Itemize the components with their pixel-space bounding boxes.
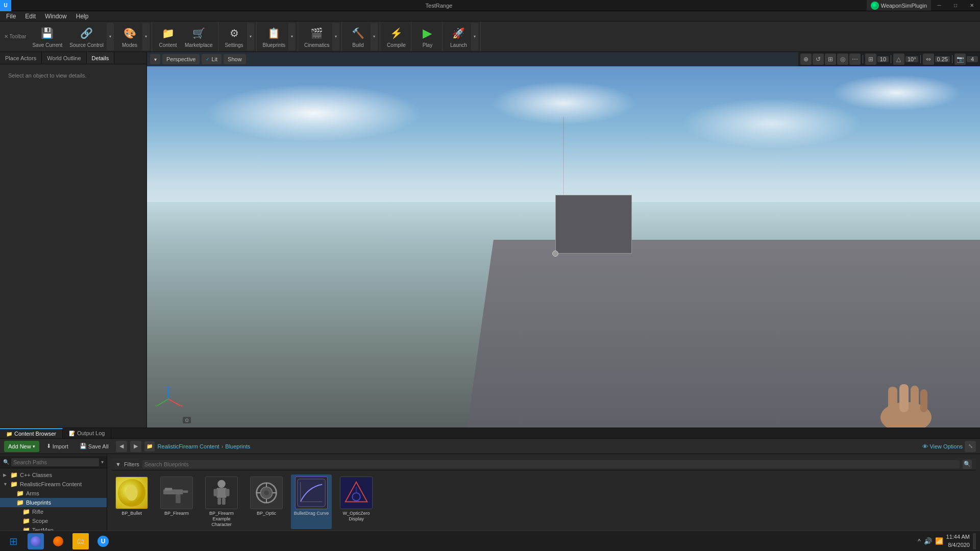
minimize-button[interactable]: ─: [931, 0, 947, 11]
view-options-button[interactable]: 👁 View Options: [922, 443, 963, 449]
blueprints-arrow[interactable]: ▾: [288, 23, 296, 51]
cb-folder-icon: 📁: [144, 441, 155, 452]
taskbar-explorer[interactable]: 🗂: [72, 533, 89, 549]
output-log-tab-icon: 📝: [69, 431, 75, 436]
close-button[interactable]: ✕: [964, 0, 980, 11]
search-blueprints-input[interactable]: [142, 460, 960, 468]
vp-scale-icon[interactable]: ⊞: [825, 54, 836, 65]
tab-world-outline[interactable]: World Outline: [42, 52, 86, 64]
breadcrumb: RealisticFirearm Content › Blueprints: [158, 443, 920, 449]
show-desktop-button[interactable]: [973, 533, 976, 549]
save-all-button[interactable]: 💾 Save All: [76, 441, 113, 452]
systray-expand[interactable]: ^: [918, 538, 921, 545]
taskbar-ue[interactable]: U: [95, 533, 111, 549]
menu-edit[interactable]: Edit: [21, 11, 40, 21]
taskbar-firefox[interactable]: [50, 533, 66, 549]
cinematics-arrow[interactable]: ▾: [332, 23, 339, 51]
launch-arrow[interactable]: ▾: [471, 23, 478, 51]
settings-arrow[interactable]: ▾: [247, 23, 254, 51]
save-all-icon: 💾: [80, 443, 87, 449]
marketplace-button[interactable]: 🛒 Marketplace: [182, 23, 215, 51]
viewport[interactable]: ▾ Perspective ✓ Lit Show ⊕ ↺ ⊞ ◎ ⋯ ⊞ 10 …: [147, 52, 980, 428]
maximize-button[interactable]: □: [947, 0, 964, 11]
menu-help[interactable]: Help: [72, 11, 93, 21]
svg-rect-24: [214, 489, 218, 496]
tab-details[interactable]: Details: [87, 52, 115, 64]
place-actors-label: Place Actors: [5, 55, 36, 61]
breadcrumb-root[interactable]: RealisticFirearm Content: [158, 443, 219, 449]
tree-label: Scope: [32, 518, 48, 524]
vp-grid-value[interactable]: 10: [877, 56, 889, 62]
asset-bp-firearm-example[interactable]: BP_Firearm Example Character: [201, 474, 242, 529]
tree-item-blueprints[interactable]: 📁 Blueprints: [0, 498, 107, 507]
bullet-drag-curve-thumb: [295, 477, 328, 509]
modes-button[interactable]: 🎨 Modes: [117, 23, 142, 51]
tree-item-rifle[interactable]: 📁 Rifle: [0, 507, 107, 516]
menu-file[interactable]: File: [2, 11, 20, 21]
breadcrumb-current[interactable]: Blueprints: [225, 443, 250, 449]
import-button[interactable]: ⬇ Import: [42, 441, 72, 452]
clock-display[interactable]: 11:44 AM 8/4/2020: [946, 533, 970, 549]
vp-grid-icon[interactable]: ⊞: [865, 54, 876, 65]
import-label: Import: [53, 443, 68, 449]
tab-place-actors[interactable]: Place Actors: [0, 52, 42, 64]
svg-line-7: [168, 399, 180, 406]
asset-w-optic-zero[interactable]: W_OpticZero Display: [336, 474, 377, 529]
cube-handle-sphere: [552, 251, 558, 257]
menu-window[interactable]: Window: [41, 11, 71, 21]
show-button[interactable]: Show: [224, 54, 246, 64]
cb-expand-button[interactable]: ⤡: [965, 441, 976, 452]
plugin-button[interactable]: WeaponSimPlugin: [867, 0, 931, 11]
vp-camera-speed-icon[interactable]: 📷: [954, 54, 966, 65]
asset-bp-optic[interactable]: BP_Optic: [246, 474, 287, 529]
vp-world-local-icon[interactable]: ◎: [837, 54, 848, 65]
taskbar-chrome[interactable]: [28, 533, 44, 549]
vp-scale-value[interactable]: 0.25: [935, 56, 950, 62]
cb-back-button[interactable]: ◀: [116, 441, 127, 452]
save-current-button[interactable]: 💾 Save Current: [29, 23, 65, 51]
vp-rotation-icon[interactable]: △: [893, 54, 904, 65]
source-control-arrow[interactable]: ▾: [107, 23, 114, 51]
viewport-menu-button[interactable]: ▾: [150, 54, 160, 64]
tab-output-log[interactable]: 📝 Output Log: [63, 428, 111, 438]
launch-button[interactable]: 🚀 Launch: [446, 23, 471, 51]
tab-content-browser[interactable]: 📁 Content Browser: [0, 428, 63, 438]
start-button[interactable]: ⊞: [4, 532, 22, 550]
play-button[interactable]: ▶ Play: [414, 23, 440, 51]
lit-button[interactable]: ✓ Lit: [202, 54, 222, 64]
tree-item-cpp-classes[interactable]: ▶ 📁 C++ Classes: [0, 470, 107, 480]
vp-rotation-value[interactable]: 10°: [905, 56, 918, 62]
search-blueprints-button[interactable]: 🔍: [963, 460, 972, 469]
source-control-button[interactable]: 🔗 Source Control: [66, 23, 107, 51]
build-button[interactable]: 🔨 Build: [345, 23, 371, 51]
content-button[interactable]: 📁 Content: [155, 23, 181, 51]
folder-icon: 📁: [10, 481, 18, 488]
modes-arrow[interactable]: ▾: [142, 23, 150, 51]
asset-bullet-drag-curve[interactable]: BulletDrag Curve: [291, 474, 332, 529]
build-arrow[interactable]: ▾: [371, 23, 378, 51]
compile-button[interactable]: ⚡ Compile: [383, 23, 409, 51]
search-paths-input[interactable]: [11, 458, 99, 466]
svg-line-9: [157, 399, 168, 406]
vp-camera-speed-value[interactable]: 4: [967, 56, 978, 62]
tree-label: RealisticFirearm Content: [20, 481, 82, 487]
vp-rotate-icon[interactable]: ↺: [813, 54, 824, 65]
settings-button[interactable]: ⚙ Settings: [222, 23, 247, 51]
tree-item-realistic-firearm[interactable]: ▼ 📁 RealisticFirearm Content: [0, 480, 107, 489]
vp-surface-snapping-icon[interactable]: ⋯: [849, 54, 861, 65]
asset-bp-bullet[interactable]: BP_Bullet: [111, 474, 152, 529]
cinematics-button[interactable]: 🎬 Cinematics: [301, 23, 332, 51]
asset-bp-firearm[interactable]: BP_Firearm: [156, 474, 197, 529]
vp-scale-snap-icon[interactable]: ⇔: [923, 54, 934, 65]
perspective-button[interactable]: Perspective: [162, 54, 200, 64]
tree-item-arms[interactable]: 📁 Arms: [0, 489, 107, 498]
cb-search-options-icon[interactable]: ▾: [101, 459, 104, 465]
svg-point-17: [126, 485, 137, 501]
vp-translate-icon[interactable]: ⊕: [800, 54, 812, 65]
bottom-tabs: 📁 Content Browser 📝 Output Log: [0, 428, 980, 439]
tree-item-scope[interactable]: 📁 Scope: [0, 516, 107, 525]
blueprints-button[interactable]: 📋 Blueprints: [260, 23, 288, 51]
status-bar: ⊞ 🗂 U ^ 🔊 📶 11:44 AM 8/4/2020: [0, 531, 980, 551]
add-new-button[interactable]: Add New ▾: [4, 441, 39, 452]
cb-forward-button[interactable]: ▶: [130, 441, 141, 452]
